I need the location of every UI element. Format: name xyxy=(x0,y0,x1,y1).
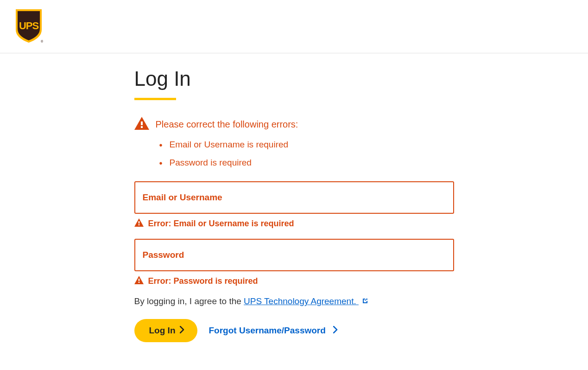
login-button-label: Log In xyxy=(149,325,176,336)
email-field[interactable]: Email or Username xyxy=(134,181,454,214)
alert-icon xyxy=(134,276,144,286)
svg-text:®: ® xyxy=(41,40,44,43)
error-summary: Please correct the following errors: Ema… xyxy=(134,117,454,168)
alert-icon xyxy=(134,218,144,229)
page-header: UPS ® xyxy=(0,0,588,53)
svg-rect-7 xyxy=(138,282,139,283)
agreement-link[interactable]: UPS Technology Agreement. xyxy=(244,296,359,306)
error-list: Email or Username is required Password i… xyxy=(134,139,454,168)
email-label: Email or Username xyxy=(143,192,222,202)
agreement-text: By logging in, I agree to the UPS Techno… xyxy=(134,296,454,307)
forgot-link-label: Forgot Username/Password xyxy=(209,325,325,336)
chevron-right-icon xyxy=(180,325,184,336)
ups-logo[interactable]: UPS ® xyxy=(14,7,44,45)
page-title: Log In xyxy=(134,67,191,94)
email-error-text: Error: Email or Username is required xyxy=(148,219,294,229)
agreement-prefix: By logging in, I agree to the xyxy=(134,296,244,306)
password-error-text: Error: Password is required xyxy=(148,276,258,286)
svg-rect-6 xyxy=(138,279,139,281)
alert-icon xyxy=(134,117,149,132)
svg-rect-5 xyxy=(138,224,139,226)
password-form-group: Password Error: Password is required xyxy=(134,239,454,286)
error-list-item: Password is required xyxy=(159,157,454,169)
chevron-right-icon xyxy=(333,325,338,336)
svg-text:UPS: UPS xyxy=(19,20,39,32)
error-list-item: Email or Username is required xyxy=(159,139,454,151)
error-summary-title: Please correct the following errors: xyxy=(156,119,298,130)
svg-rect-3 xyxy=(141,126,143,128)
actions-row: Log In Forgot Username/Password xyxy=(134,319,454,342)
email-form-group: Email or Username Error: Email or Userna… xyxy=(134,181,454,229)
forgot-link[interactable]: Forgot Username/Password xyxy=(209,325,337,336)
password-field[interactable]: Password xyxy=(134,239,454,271)
external-link-icon xyxy=(361,297,369,307)
title-underline xyxy=(134,98,176,100)
svg-rect-2 xyxy=(141,121,143,125)
email-field-error: Error: Email or Username is required xyxy=(134,218,454,229)
login-content: Log In Please correct the following erro… xyxy=(134,53,454,361)
login-button[interactable]: Log In xyxy=(134,319,198,342)
error-summary-header: Please correct the following errors: xyxy=(134,117,454,132)
password-field-error: Error: Password is required xyxy=(134,276,454,286)
svg-rect-4 xyxy=(138,221,139,223)
password-label: Password xyxy=(143,250,184,260)
